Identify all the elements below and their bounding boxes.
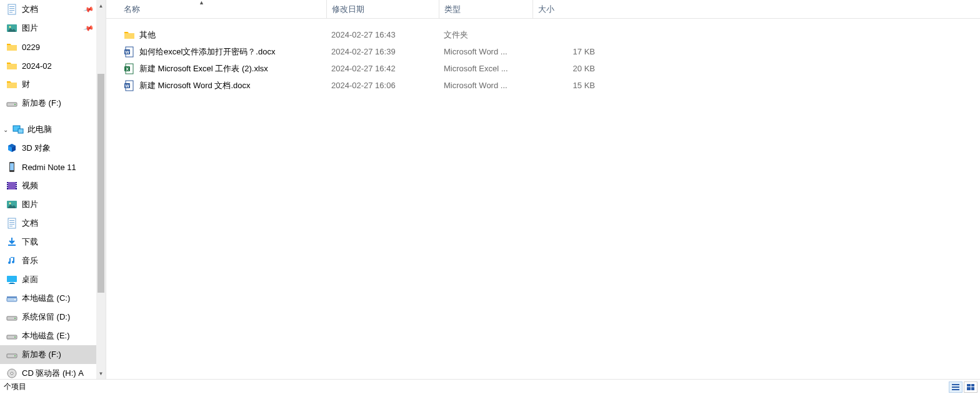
this-pc-group[interactable]: ⌄此电脑	[0, 120, 97, 139]
column-header-type[interactable]: 类型	[439, 0, 532, 19]
file-row[interactable]: W新建 Microsoft Word 文档.docx2024-02-27 16:…	[124, 77, 980, 94]
pc-item[interactable]: 新加卷 (F:)	[0, 345, 97, 364]
svg-rect-12	[10, 163, 14, 170]
quick-access-item[interactable]: 新加卷 (F:)	[0, 94, 97, 113]
quick-access-item[interactable]: 2024-02	[0, 56, 97, 75]
cd-icon	[6, 368, 18, 379]
pin-icon: 📌	[83, 23, 95, 34]
svg-rect-34	[7, 296, 17, 298]
drive-icon	[6, 98, 18, 109]
column-header-name[interactable]: 名称 ▲	[124, 0, 326, 19]
quick-access-item[interactable]: 图片📌	[0, 19, 97, 38]
nav-label: 下载	[22, 236, 38, 248]
folder-icon	[6, 41, 18, 53]
file-name: 新建 Microsoft Excel 工作表 (2).xlsx	[139, 63, 268, 74]
nav-label: Redmi Note 11	[22, 163, 76, 172]
nav-label: 新加卷 (F:)	[22, 98, 61, 109]
pc-item[interactable]: CD 驱动器 (H:) A	[0, 364, 97, 379]
nav-label: 本地磁盘 (C:)	[22, 293, 70, 304]
pc-item[interactable]: 桌面	[0, 270, 97, 289]
file-type: 文件夹	[439, 29, 532, 41]
column-header-size[interactable]: 大小	[532, 0, 608, 19]
drive-icon	[6, 311, 18, 323]
column-header-date[interactable]: 修改日期	[326, 0, 439, 19]
scroll-up-button[interactable]: ▲	[96, 0, 106, 11]
nav-label: 音乐	[22, 255, 38, 266]
pc-item[interactable]: 本地磁盘 (C:)	[0, 289, 97, 308]
file-row[interactable]: W如何给excel文件添加打开密码？.docx2024-02-27 16:39M…	[124, 43, 980, 60]
pc-item[interactable]: 3D 对象	[0, 139, 97, 158]
quick-access-item[interactable]: 文档📌	[0, 0, 97, 19]
pic-icon	[6, 199, 18, 210]
excel-icon: X	[124, 63, 135, 74]
file-size: 17 KB	[532, 47, 595, 56]
svg-rect-29	[8, 245, 16, 246]
download-icon	[6, 236, 18, 248]
nav-label: CD 驱动器 (H:) A	[22, 368, 84, 379]
pc-item[interactable]: 图片	[0, 195, 97, 214]
nav-label: 图片	[22, 199, 38, 210]
pc-icon	[12, 124, 24, 135]
nav-label: 财	[22, 79, 30, 90]
svg-rect-16	[7, 183, 8, 184]
desktop-icon	[6, 274, 18, 285]
svg-rect-4	[9, 12, 12, 13]
pc-item[interactable]: 文档	[0, 214, 97, 233]
pin-icon: 📌	[83, 4, 95, 15]
svg-rect-30	[7, 276, 17, 282]
pc-item[interactable]: 系统保留 (D:)	[0, 308, 97, 326]
svg-rect-13	[7, 182, 17, 189]
details-view-button[interactable]	[949, 381, 962, 393]
status-text: 个项目	[2, 381, 949, 392]
video-icon	[6, 180, 18, 191]
file-date: 2024-02-27 16:43	[326, 30, 439, 39]
file-name: 如何给excel文件添加打开密码？.docx	[139, 46, 275, 58]
file-name: 新建 Microsoft Word 文档.docx	[139, 80, 250, 91]
svg-point-6	[9, 26, 11, 28]
file-name: 其他	[139, 29, 156, 41]
nav-label: 此电脑	[28, 124, 52, 135]
svg-point-39	[14, 336, 16, 338]
icons-view-button[interactable]	[964, 381, 978, 393]
pic-icon	[6, 23, 18, 34]
file-date: 2024-02-27 16:39	[326, 47, 439, 56]
file-date: 2024-02-27 16:42	[326, 64, 439, 73]
svg-rect-26	[9, 222, 14, 223]
folder-icon	[124, 29, 135, 41]
file-row[interactable]: 其他2024-02-27 16:43文件夹	[124, 26, 980, 43]
nav-label: 桌面	[22, 274, 38, 285]
sidebar-scrollbar[interactable]: ▲ ▼	[96, 0, 106, 379]
svg-point-23	[9, 203, 11, 205]
pc-item[interactable]: Redmi Note 11	[0, 158, 97, 176]
nav-label: 文档	[22, 4, 38, 15]
pc-item[interactable]: 音乐	[0, 251, 97, 270]
pc-item[interactable]: 下载	[0, 233, 97, 251]
file-row[interactable]: X新建 Microsoft Excel 工作表 (2).xlsx2024-02-…	[124, 60, 980, 77]
file-date: 2024-02-27 16:06	[326, 81, 439, 90]
column-name-label: 名称	[124, 4, 140, 15]
pc-item[interactable]: 视频	[0, 176, 97, 195]
svg-point-41	[14, 355, 16, 356]
column-size-label: 大小	[538, 4, 554, 15]
svg-text:W: W	[125, 49, 129, 54]
folder-icon	[6, 60, 18, 71]
scroll-thumb[interactable]	[98, 74, 104, 293]
svg-point-37	[14, 318, 16, 319]
pc-item[interactable]: 本地磁盘 (E:)	[0, 326, 97, 345]
scroll-down-button[interactable]: ▼	[96, 368, 106, 379]
word-icon: W	[124, 80, 135, 91]
svg-rect-19	[16, 183, 17, 184]
word-icon: W	[124, 46, 135, 58]
file-type: Microsoft Word ...	[439, 47, 532, 56]
svg-rect-18	[7, 187, 8, 188]
quick-access-item[interactable]: 0229	[0, 38, 97, 56]
nav-label: 0229	[22, 43, 40, 52]
quick-access-item[interactable]: 财	[0, 75, 97, 94]
file-view: 名称 ▲ 修改日期 类型 大小 其他2024-02-27 16:43文件夹W如何…	[106, 0, 980, 379]
status-bar: 个项目	[0, 379, 980, 394]
svg-rect-3	[9, 10, 14, 11]
nav-label: 文档	[22, 218, 38, 229]
svg-rect-17	[7, 185, 8, 186]
svg-rect-21	[16, 187, 17, 188]
nav-label: 视频	[22, 180, 38, 191]
